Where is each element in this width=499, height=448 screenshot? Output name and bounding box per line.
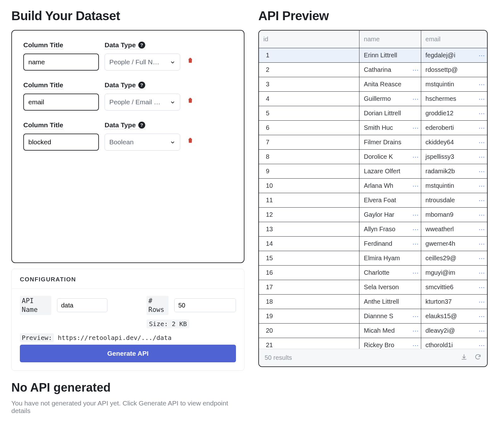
cell-email: cthorold1i⋯ — [421, 338, 487, 349]
column-title-input[interactable] — [23, 94, 99, 111]
table-row[interactable]: 9 Lazare Olfert radamik2b⋯ — [259, 164, 487, 179]
table-row[interactable]: 2 Catharina⋯ rdossettp@ — [259, 63, 487, 77]
no-api-title: No API generated — [11, 381, 244, 394]
table-row[interactable]: 3 Anita Reasce mstquintin⋯ — [259, 77, 487, 92]
cell-email: smcvittie6⋯ — [421, 280, 487, 295]
column-title-label: Column Title — [23, 121, 63, 129]
results-count: 50 results — [265, 354, 292, 361]
col-header-id[interactable]: id — [259, 31, 359, 48]
ellipsis-icon: ⋯ — [412, 153, 419, 161]
table-row[interactable]: 13 Allyn Fraso⋯ wweatherl⋯ — [259, 222, 487, 237]
cell-id: 14 — [259, 237, 359, 251]
api-name-label: API Name — [20, 296, 51, 315]
cell-name: Gaylor Har⋯ — [359, 208, 421, 222]
ellipsis-icon: ⋯ — [412, 240, 419, 248]
download-icon[interactable] — [461, 353, 467, 362]
cell-email: ceilles29@⋯ — [421, 251, 487, 266]
cell-email: wweatherl⋯ — [421, 222, 487, 237]
cell-id: 19 — [259, 309, 359, 324]
cell-email: fegdalej@i⋯ — [421, 48, 487, 63]
ellipsis-icon: ⋯ — [479, 240, 485, 248]
cell-id: 12 — [259, 208, 359, 222]
cell-email: mboman9⋯ — [421, 208, 487, 222]
cell-email: ntrousdale⋯ — [421, 193, 487, 208]
table-row[interactable]: 15 Elmira Hyam ceilles29@⋯ — [259, 251, 487, 266]
api-name-input[interactable] — [57, 298, 107, 312]
cell-id: 18 — [259, 295, 359, 309]
data-type-select[interactable]: People / Email … — [105, 94, 180, 111]
cell-email: ckiddey64⋯ — [421, 135, 487, 150]
help-icon[interactable]: ? — [138, 122, 145, 129]
chevron-down-icon — [170, 59, 175, 65]
table-row[interactable]: 14 Ferdinand⋯ gwerner4h⋯ — [259, 237, 487, 251]
table-row[interactable]: 12 Gaylor Har⋯ mboman9⋯ — [259, 208, 487, 222]
cell-name: Ferdinand⋯ — [359, 237, 421, 251]
preview-panel: id name email 1 Erinn Littrell fegdalej@… — [258, 30, 488, 367]
build-title: Build Your Dataset — [11, 9, 244, 23]
column-title-input[interactable] — [23, 134, 99, 151]
ellipsis-icon: ⋯ — [479, 153, 485, 161]
table-row[interactable]: 20 Micah Med⋯ dleavy2i@⋯ — [259, 324, 487, 338]
rows-input[interactable] — [175, 299, 236, 312]
ellipsis-icon: ⋯ — [479, 269, 485, 277]
table-row[interactable]: 16 Charlotte⋯ mguyi@im⋯ — [259, 266, 487, 280]
cell-email: gwerner4h⋯ — [421, 237, 487, 251]
col-header-email[interactable]: email — [421, 31, 487, 48]
cell-email: dleavy2i@⋯ — [421, 324, 487, 338]
table-row[interactable]: 11 Elvera Foat ntrousdale⋯ — [259, 193, 487, 208]
table-row[interactable]: 17 Sela Iverson smcvittie6⋯ — [259, 280, 487, 295]
cell-id: 4 — [259, 92, 359, 106]
table-row[interactable]: 10 Arlana Wh⋯ mstquintin⋯ — [259, 179, 487, 193]
delete-column-button[interactable] — [186, 56, 195, 65]
generate-api-button[interactable]: Generate API — [20, 345, 236, 362]
data-type-value: People / Email … — [109, 98, 160, 106]
col-header-name[interactable]: name — [359, 31, 421, 48]
column-title-input[interactable] — [23, 54, 99, 71]
preview-table: id name email 1 Erinn Littrell fegdalej@… — [259, 31, 487, 349]
table-row[interactable]: 1 Erinn Littrell fegdalej@i⋯ — [259, 48, 487, 63]
table-row[interactable]: 21 Rickey Bro⋯ cthorold1i⋯ — [259, 338, 487, 349]
cell-name: Catharina⋯ — [359, 63, 421, 77]
table-row[interactable]: 5 Dorian Littrell groddie12⋯ — [259, 106, 487, 121]
ellipsis-icon: ⋯ — [412, 313, 419, 320]
table-row[interactable]: 8 Dorolice K⋯ jspellissy3⋯ — [259, 150, 487, 164]
cell-id: 2 — [259, 63, 359, 77]
ellipsis-icon: ⋯ — [479, 255, 485, 262]
ellipsis-icon: ⋯ — [412, 124, 419, 132]
delete-column-button[interactable] — [186, 96, 195, 105]
column-title-label: Column Title — [23, 41, 63, 49]
chevron-down-icon — [170, 139, 175, 145]
ellipsis-icon: ⋯ — [479, 110, 485, 117]
cell-id: 10 — [259, 179, 359, 193]
delete-column-button[interactable] — [186, 136, 195, 145]
config-header: CONFIGURATION — [12, 269, 244, 289]
ellipsis-icon: ⋯ — [412, 211, 419, 219]
table-row[interactable]: 6 Smith Huc⋯ ederoberti⋯ — [259, 121, 487, 135]
data-type-select[interactable]: Boolean — [105, 134, 180, 151]
table-row[interactable]: 19 Diannne S⋯ elauks15@⋯ — [259, 309, 487, 324]
cell-id: 5 — [259, 106, 359, 121]
ellipsis-icon: ⋯ — [479, 298, 485, 306]
table-row[interactable]: 4 Guillermo⋯ hschermes⋯ — [259, 92, 487, 106]
table-row[interactable]: 18 Anthe Littrell kturton37⋯ — [259, 295, 487, 309]
ellipsis-icon: ⋯ — [412, 182, 419, 190]
refresh-icon[interactable] — [474, 353, 481, 362]
ellipsis-icon: ⋯ — [412, 66, 419, 74]
help-icon[interactable]: ? — [138, 82, 145, 89]
table-row[interactable]: 7 Filmer Drains ckiddey64⋯ — [259, 135, 487, 150]
data-type-select[interactable]: People / Full N… — [105, 54, 180, 71]
data-type-value: People / Full N… — [109, 58, 159, 66]
chevron-down-icon — [170, 99, 175, 105]
cell-id: 7 — [259, 135, 359, 150]
ellipsis-icon: ⋯ — [412, 269, 419, 277]
cell-id: 20 — [259, 324, 359, 338]
cell-name: Micah Med⋯ — [359, 324, 421, 338]
ellipsis-icon: ⋯ — [479, 284, 485, 291]
cell-email: ederoberti⋯ — [421, 121, 487, 135]
cell-name: Rickey Bro⋯ — [359, 338, 421, 349]
cell-name: Anita Reasce — [359, 77, 421, 92]
help-icon[interactable]: ? — [138, 42, 145, 49]
cell-email: radamik2b⋯ — [421, 164, 487, 179]
preview-url-line: Preview: https://retoolapi.dev/.../data — [20, 334, 236, 342]
data-type-label: Data Type ? — [105, 121, 145, 129]
